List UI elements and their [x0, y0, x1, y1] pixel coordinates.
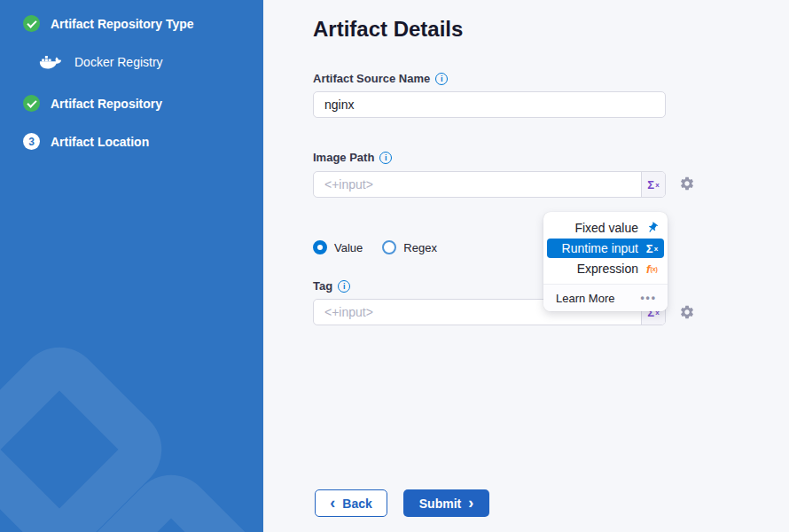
- sigma-glyph: Σ: [647, 178, 654, 192]
- info-icon[interactable]: i: [379, 152, 392, 164]
- label-text: Image Path: [313, 151, 374, 164]
- page-title: Artifact Details: [313, 17, 463, 42]
- sidebar-step-artifact-repository[interactable]: Artifact Repository: [23, 95, 162, 112]
- tag-label: Tag i: [313, 279, 350, 293]
- input-type-dropdown-menu: Fixed value Runtime input Σx Expression …: [543, 212, 668, 311]
- artifact-wizard-screen: Artifact Repository Type Docker Registry…: [0, 0, 789, 532]
- learn-more-link[interactable]: Learn More: [556, 292, 614, 305]
- fx-sub: (x): [650, 266, 658, 272]
- step-complete-check-icon: [23, 15, 40, 32]
- menu-item-label: Expression: [577, 262, 638, 276]
- label-text: Tag: [313, 279, 332, 293]
- sigma-sup: x: [654, 245, 658, 253]
- more-options-dots-icon[interactable]: •••: [640, 292, 657, 304]
- sigma-icon: Σx: [644, 242, 660, 255]
- image-path-label: Image Path i: [313, 151, 392, 164]
- info-icon[interactable]: i: [338, 280, 350, 293]
- chevron-right-icon: ›: [468, 495, 473, 511]
- tag-mode-radio-group: Value Regex: [313, 240, 437, 254]
- radio-value[interactable]: Value: [313, 240, 363, 254]
- menu-item-fixed-value[interactable]: Fixed value: [547, 218, 664, 238]
- submit-button-label: Submit: [419, 497, 461, 511]
- info-icon[interactable]: i: [435, 73, 448, 85]
- menu-item-expression[interactable]: Expression f(x): [547, 259, 664, 278]
- wizard-sidebar: Artifact Repository Type Docker Registry…: [0, 0, 263, 532]
- chevron-left-icon: ‹: [330, 495, 335, 511]
- image-path-input-group: Σx: [313, 171, 666, 198]
- tag-settings-gear-icon[interactable]: [679, 304, 695, 320]
- substep-label: Docker Registry: [74, 55, 163, 69]
- radio-label: Regex: [403, 241, 437, 254]
- step-label: Artifact Repository: [51, 97, 162, 111]
- sidebar-substep-docker-registry: Docker Registry: [39, 52, 163, 71]
- artifact-source-name-input[interactable]: [313, 91, 666, 118]
- menu-item-runtime-input[interactable]: Runtime input Σx: [547, 239, 664, 258]
- radio-selected-dot: [313, 240, 327, 254]
- radio-unselected-dot: [382, 240, 396, 254]
- submit-button[interactable]: Submit ›: [403, 489, 489, 517]
- image-path-settings-gear-icon[interactable]: [679, 176, 695, 192]
- step-label: Artifact Location: [51, 135, 149, 149]
- artifact-source-name-label: Artifact Source Name i: [313, 72, 448, 85]
- sigma-glyph: Σ: [646, 242, 653, 255]
- menu-footer: Learn More •••: [543, 284, 668, 311]
- fx-expression-icon: f(x): [644, 262, 660, 276]
- menu-item-label: Runtime input: [562, 241, 638, 255]
- menu-item-label: Fixed value: [574, 221, 638, 235]
- label-text: Artifact Source Name: [313, 72, 430, 85]
- radio-regex[interactable]: Regex: [382, 240, 437, 254]
- docker-whale-icon: [39, 52, 63, 71]
- sidebar-step-artifact-location[interactable]: 3 Artifact Location: [23, 133, 149, 150]
- step-label: Artifact Repository Type: [51, 17, 194, 31]
- sigma-sup: x: [655, 181, 659, 189]
- sidebar-step-artifact-repository-type[interactable]: Artifact Repository Type: [23, 15, 194, 32]
- radio-label: Value: [334, 241, 363, 254]
- back-button[interactable]: ‹ Back: [315, 489, 387, 517]
- back-button-label: Back: [342, 497, 371, 511]
- menu-items: Fixed value Runtime input Σx Expression …: [543, 218, 668, 278]
- pin-icon: [644, 222, 660, 234]
- runtime-input-sigma-button[interactable]: Σx: [641, 172, 665, 197]
- step-number-badge: 3: [23, 133, 40, 150]
- image-path-input[interactable]: [314, 172, 641, 197]
- step-complete-check-icon: [23, 95, 40, 112]
